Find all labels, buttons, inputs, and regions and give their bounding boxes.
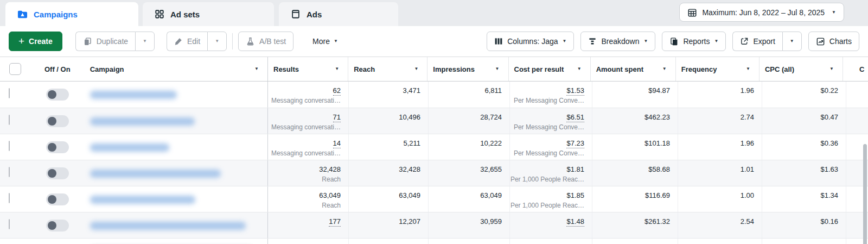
cell-frequency: 2.74 [678, 108, 762, 134]
chevron-down-icon: ▼ [832, 10, 836, 15]
column-header-reach[interactable]: Reach▼ [348, 57, 427, 81]
cell-results: 62Messaging conversati… [268, 82, 349, 108]
cell-cost-per-result-value: $1.81 [510, 165, 584, 174]
column-header-amount-spent[interactable]: Amount spent▼ [591, 57, 676, 81]
toggle-cell [31, 239, 84, 244]
table-body: 62Messaging conversati…3,4716,811$1.53Pe… [0, 82, 868, 244]
tab-ad-sets[interactable]: Ad sets [143, 2, 274, 26]
row-checkbox[interactable] [9, 141, 10, 151]
folder-icon [17, 9, 28, 20]
table-row: 71Messaging conversati…10,49628,724$6.51… [0, 108, 868, 134]
cell-amount-spent: $58.68 [592, 160, 678, 186]
copy-icon [83, 37, 92, 46]
cell-amount-spent: $116.69 [592, 186, 678, 212]
chevron-down-icon: ▼ [334, 39, 338, 43]
toolbar-right-group: Columns: Jaga ▼ Breakdown ▼ Reports ▼ [487, 32, 859, 51]
export-button[interactable]: Export [732, 32, 782, 51]
cell-cost-per-result-sub-label: Per 1,000 People Reac… [510, 176, 584, 183]
cell-cpc: $0.36 [762, 134, 846, 160]
campaign-off-on-toggle[interactable] [46, 167, 69, 179]
cell-frequency-value: 1.96 [678, 86, 754, 95]
row-checkbox[interactable] [9, 167, 10, 177]
campaign-name-cell[interactable] [84, 212, 267, 238]
reports-button[interactable]: Reports ▼ [662, 32, 726, 51]
row-checkbox[interactable] [9, 115, 10, 125]
cell-results-sub-label: Messaging conversati… [268, 97, 341, 104]
column-header-frequency[interactable]: Frequency▼ [676, 57, 760, 81]
cell-reach-value: 5,211 [349, 139, 420, 148]
toggle-cell [31, 186, 84, 212]
create-button[interactable]: + Create [9, 32, 62, 51]
charts-button[interactable]: Charts [808, 32, 859, 51]
toggle-knob [48, 221, 56, 230]
cell-amount-spent: $261.32 [592, 212, 678, 238]
export-label: Export [753, 37, 775, 46]
row-checkbox[interactable] [9, 193, 10, 203]
column-header-impressions[interactable]: Impressions▼ [427, 57, 508, 81]
sort-caret-icon: ▼ [662, 67, 667, 71]
ab-test-button[interactable]: A/B test [238, 32, 293, 51]
campaign-off-on-toggle[interactable] [46, 220, 69, 232]
cell-cost-per-result-value: $1.48 [510, 217, 584, 226]
plus-icon: + [18, 36, 24, 46]
cell-results-sub-label: Messaging conversati… [268, 149, 341, 157]
cell-cost-per-result: $1.53Per Messaging Conve… [510, 82, 592, 108]
column-header-cost-per-result[interactable]: Cost per result▼ [509, 57, 591, 81]
cell-impressions-value: 6,811 [429, 86, 502, 95]
export-dropdown-button[interactable]: ▼ [782, 32, 802, 51]
cell-extra [846, 82, 868, 108]
campaign-name-cell[interactable] [84, 82, 267, 108]
duplicate-dropdown-button[interactable]: ▼ [135, 32, 155, 51]
more-button[interactable]: More ▼ [305, 32, 345, 51]
chevron-down-icon: ▼ [143, 39, 147, 43]
cell-results: 71Messaging conversati… [268, 108, 349, 134]
campaign-name-cell[interactable] [84, 108, 267, 134]
cell-impressions-value: 10,222 [429, 139, 502, 148]
cell-cpc-value: $1.34 [762, 191, 838, 200]
column-header-campaign[interactable]: Campaign ▼ [84, 57, 267, 81]
select-all-checkbox[interactable] [9, 63, 21, 75]
duplicate-button[interactable]: Duplicate [75, 32, 135, 51]
campaign-off-on-toggle[interactable] [46, 115, 69, 127]
edit-dropdown-button[interactable]: ▼ [207, 32, 227, 51]
checkbox-cell [0, 186, 31, 212]
table-row: 32,428Reach32,42832,655$1.81Per 1,000 Pe… [0, 160, 868, 186]
campaign-off-on-toggle[interactable] [46, 89, 69, 101]
cell-cost-per-result-sub-label: Per Messaging Conve… [510, 149, 584, 157]
tab-campaigns[interactable]: Campaigns [5, 2, 138, 26]
cell-amount-spent: $94.87 [592, 82, 678, 108]
campaign-name-cell[interactable] [84, 239, 267, 244]
campaign-off-on-toggle[interactable] [46, 193, 69, 205]
cell-results-sub-label: Reach [268, 202, 341, 209]
campaign-name-cell[interactable] [84, 186, 267, 212]
row-checkbox[interactable] [9, 88, 10, 98]
sort-caret-icon: ▼ [746, 67, 750, 71]
columns-button[interactable]: Columns: Jaga ▼ [487, 32, 574, 51]
cell-cpc: $0.47 [762, 108, 846, 134]
toolbar: + Create Duplicate ▼ Edit [0, 26, 868, 57]
vertical-scrollbar[interactable] [863, 144, 867, 244]
cell-cost-per-result-value: $1.53 [510, 86, 584, 95]
row-checkbox[interactable] [9, 219, 10, 229]
cell-cost-per-result-sub-label: Per Messaging Conve… [510, 123, 584, 131]
cell-frequency-value: 2.54 [678, 217, 754, 226]
cell-results: 32,428Reach [268, 160, 349, 186]
edit-button[interactable]: Edit [167, 32, 207, 51]
cell-impressions-value: 63,049 [429, 191, 502, 200]
campaign-name-cell[interactable] [84, 134, 267, 160]
frozen-row-pane [0, 82, 268, 108]
cell-amount-spent-value: $94.87 [592, 86, 670, 95]
cell-cpc-value: $0.16 [762, 217, 838, 226]
column-header-results[interactable]: Results▼ [268, 57, 348, 81]
campaign-name-cell[interactable] [84, 160, 267, 186]
campaign-off-on-toggle[interactable] [46, 141, 69, 153]
breakdown-button[interactable]: Breakdown ▼ [580, 32, 655, 51]
cell-reach: 32,428 [349, 160, 429, 186]
tab-ads[interactable]: Ads [279, 2, 398, 26]
cell-amount-spent: $462.23 [592, 108, 678, 134]
date-range-selector[interactable]: Maximum: Jun 8, 2022 – Jul 8, 2025 ▼ [679, 3, 844, 22]
cell-cpc-value: $0.47 [762, 112, 838, 122]
frozen-row-pane [0, 134, 268, 160]
column-header-cpc[interactable]: CPC (all)▼ [760, 57, 843, 81]
cell-results: 63,049Reach [268, 186, 349, 212]
